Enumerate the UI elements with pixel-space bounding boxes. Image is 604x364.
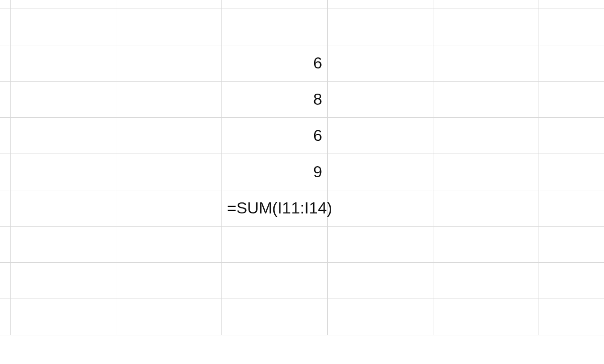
cell[interactable]: [11, 9, 116, 45]
cell-value: 6: [313, 126, 322, 145]
cell[interactable]: [433, 299, 539, 335]
cell[interactable]: [0, 154, 11, 190]
grid-row: 8: [0, 82, 604, 118]
cell[interactable]: [539, 227, 604, 263]
cell[interactable]: [222, 9, 328, 45]
cell[interactable]: [11, 0, 116, 9]
cell[interactable]: [0, 118, 11, 154]
cell[interactable]: [222, 0, 328, 9]
cell[interactable]: [328, 154, 433, 190]
grid-row: [0, 227, 604, 263]
grid-row: [0, 299, 604, 335]
cell[interactable]: [116, 190, 222, 227]
cell[interactable]: [328, 118, 433, 154]
cell[interactable]: [328, 299, 433, 335]
cell[interactable]: [222, 299, 328, 335]
cell[interactable]: [328, 190, 433, 227]
cell[interactable]: [0, 190, 11, 227]
cell[interactable]: [11, 263, 116, 299]
cell[interactable]: [328, 45, 433, 82]
cell-value: 8: [313, 90, 322, 109]
cell[interactable]: [433, 82, 539, 118]
grid-row: [0, 0, 604, 9]
grid-row: [0, 263, 604, 299]
cell[interactable]: [433, 263, 539, 299]
cell[interactable]: [0, 263, 11, 299]
cell[interactable]: [116, 9, 222, 45]
cell[interactable]: [11, 227, 116, 263]
cell[interactable]: [0, 45, 11, 82]
grid-row: 6: [0, 118, 604, 154]
cell[interactable]: 6: [222, 118, 328, 154]
cell[interactable]: [328, 227, 433, 263]
cell[interactable]: [11, 118, 116, 154]
cell[interactable]: [116, 263, 222, 299]
grid-row: =SUM(I11:I14): [0, 190, 604, 227]
cell[interactable]: [433, 45, 539, 82]
cell[interactable]: [11, 45, 116, 82]
cell[interactable]: [539, 154, 604, 190]
cell[interactable]: [116, 82, 222, 118]
cell[interactable]: [539, 9, 604, 45]
cell[interactable]: [222, 227, 328, 263]
cell[interactable]: [433, 118, 539, 154]
cell[interactable]: 6: [222, 45, 328, 82]
cell[interactable]: [11, 82, 116, 118]
cell-formula[interactable]: =SUM(I11:I14): [222, 190, 328, 227]
cell[interactable]: [433, 0, 539, 9]
cell[interactable]: [433, 9, 539, 45]
cell-value: 9: [313, 163, 322, 181]
cell[interactable]: [11, 299, 116, 335]
cell[interactable]: [0, 0, 11, 9]
cell[interactable]: [116, 227, 222, 263]
cell[interactable]: [433, 190, 539, 227]
cell[interactable]: [0, 9, 11, 45]
cell[interactable]: [0, 82, 11, 118]
cell[interactable]: [116, 45, 222, 82]
grid-row: 9: [0, 154, 604, 190]
cell[interactable]: [116, 0, 222, 9]
grid-row: 6: [0, 45, 604, 82]
cell-value: 6: [313, 54, 322, 72]
cell[interactable]: [539, 299, 604, 335]
cell[interactable]: [0, 227, 11, 263]
cell[interactable]: 9: [222, 154, 328, 190]
cell[interactable]: [539, 82, 604, 118]
cell[interactable]: [433, 227, 539, 263]
cell[interactable]: [0, 299, 11, 335]
cell[interactable]: [116, 154, 222, 190]
cell[interactable]: [328, 0, 433, 9]
cell[interactable]: [222, 263, 328, 299]
cell[interactable]: [328, 9, 433, 45]
cell[interactable]: [539, 45, 604, 82]
cell[interactable]: [433, 154, 539, 190]
cell[interactable]: [116, 299, 222, 335]
grid-row: [0, 9, 604, 45]
cell[interactable]: [539, 0, 604, 9]
cell[interactable]: [539, 190, 604, 227]
cell[interactable]: [539, 118, 604, 154]
cell[interactable]: [116, 118, 222, 154]
cell-value: =SUM(I11:I14): [227, 199, 332, 217]
cell[interactable]: 8: [222, 82, 328, 118]
cell[interactable]: [11, 154, 116, 190]
cell[interactable]: [539, 263, 604, 299]
cell[interactable]: [328, 82, 433, 118]
cell[interactable]: [328, 263, 433, 299]
spreadsheet-grid: 6 8 6 9 =SUM(I11:I14): [0, 0, 604, 364]
cell[interactable]: [11, 190, 116, 227]
